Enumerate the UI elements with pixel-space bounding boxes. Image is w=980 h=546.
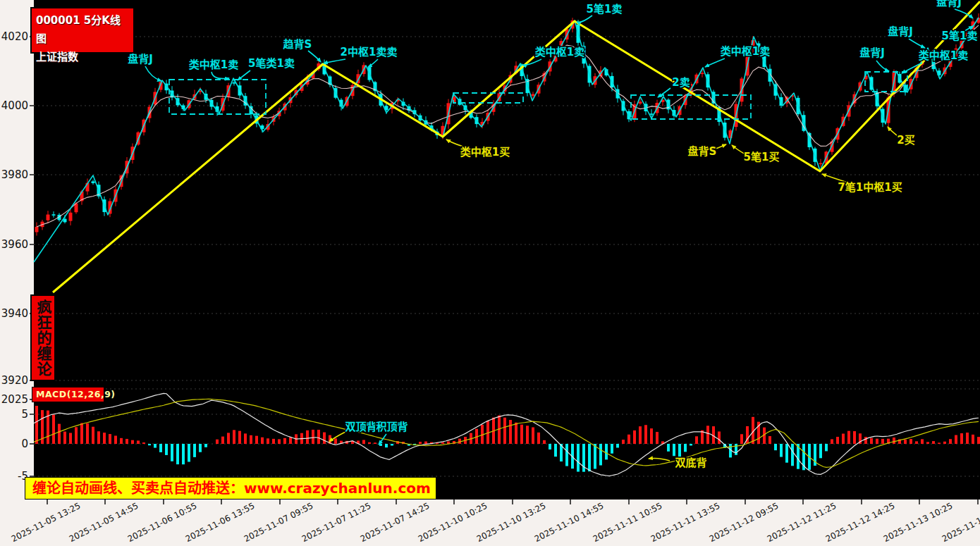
annotation-label: 类中枢1卖 <box>535 46 584 58</box>
macd-bar <box>131 440 134 444</box>
macd-bar <box>853 431 856 444</box>
macd-bar <box>272 439 275 444</box>
macd-bar <box>780 444 783 457</box>
annotation-label: 积顶背 <box>376 421 408 433</box>
macd-bar <box>650 428 653 444</box>
macd-bar <box>554 444 557 457</box>
macd-bar <box>75 427 78 444</box>
macd-bar <box>893 438 895 444</box>
macd-bar <box>605 444 608 459</box>
macd-bar <box>639 426 642 444</box>
candle <box>92 181 95 183</box>
macd-bar <box>92 427 94 444</box>
macd-bar <box>120 438 123 444</box>
macd-bar <box>306 430 309 444</box>
macd-bar <box>543 440 546 444</box>
annotation-label: 盘背J <box>128 53 153 66</box>
macd-bar <box>740 434 743 444</box>
annotation-label: 5笔1卖 <box>587 3 623 15</box>
macd-bar <box>915 441 918 444</box>
macd-bar <box>238 431 241 444</box>
macd-bar <box>199 444 202 452</box>
macd-bar <box>58 424 61 444</box>
annotation-label: 类中枢1卖 <box>189 58 238 71</box>
macd-bar <box>611 444 613 454</box>
macd-bar <box>385 444 388 447</box>
annotation-label: 2卖 <box>672 76 690 89</box>
annotation-label: 盘背J <box>859 46 885 59</box>
kline-chart-canvas[interactable]: 盘背J类中枢1卖5笔类1卖趋背S2中枢1卖卖5笔1卖类中枢1卖2卖类中枢1卖盘背… <box>0 0 980 546</box>
macd-bar <box>374 442 376 444</box>
y-axis-label: 2025 <box>1 393 28 406</box>
plot-background <box>34 0 980 500</box>
macd-bar <box>86 423 89 444</box>
y-axis-label: 3940 <box>1 307 28 320</box>
macd-bar <box>250 435 252 444</box>
macd-bar <box>825 444 828 451</box>
annotation-label: 趋背S <box>283 38 312 51</box>
symbol-title: 000001 5分K线图 <box>36 11 129 48</box>
macd-bar <box>549 444 551 449</box>
macd-bar <box>80 423 83 444</box>
macd-bar <box>125 439 128 444</box>
macd-bar <box>526 426 529 444</box>
macd-bar <box>977 437 980 444</box>
macd-bar <box>690 444 692 445</box>
macd-bar <box>52 415 55 444</box>
macd-bar <box>391 444 393 446</box>
promo-banner[interactable]: 缠论自动画线、买卖点自动推送：www.crazychanlun.com <box>25 477 436 500</box>
macd-bar <box>97 431 100 444</box>
macd-bar <box>532 428 534 444</box>
macd-bar <box>926 442 929 444</box>
macd-bar <box>137 440 140 444</box>
macd-bar <box>193 444 196 457</box>
macd-bar <box>503 418 506 444</box>
macd-bar <box>114 435 117 444</box>
annotation-label: 盘背S <box>688 145 717 158</box>
macd-bar <box>695 436 698 444</box>
macd-bar <box>684 444 687 452</box>
macd-bar <box>819 444 822 458</box>
macd-bar <box>176 444 179 464</box>
macd-bar <box>836 437 839 444</box>
macd-bar <box>678 444 681 457</box>
macd-bar <box>267 438 269 444</box>
macd-bar <box>520 425 523 444</box>
macd-bar <box>278 439 281 444</box>
macd-bar <box>537 433 540 444</box>
macd-bar <box>368 442 371 444</box>
macd-bar <box>227 433 230 444</box>
candle <box>701 73 704 74</box>
annotation-label: 2买 <box>897 134 914 147</box>
macd-bar <box>949 439 952 444</box>
macd-bar <box>63 432 66 444</box>
macd-bar <box>633 430 636 444</box>
macd-bar <box>706 426 709 444</box>
macd-bar <box>379 444 382 446</box>
annotation-label: 5笔1卖 <box>942 30 978 42</box>
macd-bar <box>565 444 568 466</box>
macd-bar <box>718 431 721 444</box>
macd-bar <box>791 444 794 466</box>
macd-bar <box>216 440 219 444</box>
macd-bar <box>362 440 365 444</box>
macd-bar <box>842 434 845 444</box>
annotation-label: 双底背 <box>675 457 706 469</box>
macd-bar <box>419 442 422 444</box>
macd-bar <box>768 436 771 444</box>
macd-bar <box>103 433 106 444</box>
macd-bar <box>955 435 957 444</box>
annotation-label: 5笔类1卖 <box>248 57 295 70</box>
macd-bar <box>904 440 907 444</box>
macd-bar <box>870 438 873 444</box>
candle <box>47 215 50 221</box>
macd-bar <box>594 444 596 469</box>
candle <box>639 101 642 104</box>
annotation-label: 盘背J <box>888 25 913 38</box>
macd-bar <box>69 433 72 444</box>
macd-bar <box>154 444 157 448</box>
macd-bar <box>283 438 286 444</box>
macd-indicator-label: MACD(12,26,9) <box>32 387 104 402</box>
annotation-label: 2中枢1卖卖 <box>341 46 398 58</box>
candle <box>69 213 73 221</box>
